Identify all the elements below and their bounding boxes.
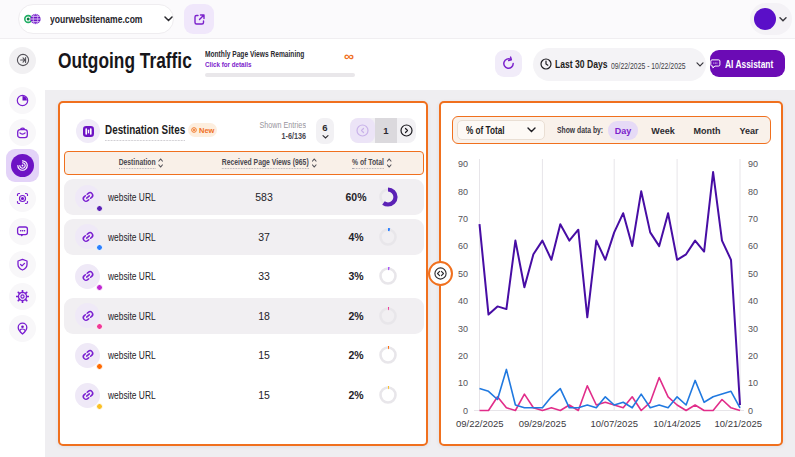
svg-text:30: 30 bbox=[458, 324, 468, 334]
svg-text:60: 60 bbox=[458, 241, 468, 251]
svg-text:90: 90 bbox=[748, 159, 758, 169]
svg-text:09/29/2025: 09/29/2025 bbox=[519, 418, 567, 429]
svg-text:80: 80 bbox=[748, 187, 758, 197]
svg-text:70: 70 bbox=[748, 214, 758, 224]
svg-text:70: 70 bbox=[458, 214, 468, 224]
svg-text:10/07/2025: 10/07/2025 bbox=[590, 418, 638, 429]
svg-text:20: 20 bbox=[458, 351, 468, 361]
svg-text:40: 40 bbox=[748, 296, 758, 306]
svg-text:09/22/2025: 09/22/2025 bbox=[456, 418, 504, 429]
svg-text:50: 50 bbox=[458, 269, 468, 279]
svg-text:90: 90 bbox=[458, 159, 468, 169]
svg-text:50: 50 bbox=[748, 269, 758, 279]
svg-text:30: 30 bbox=[748, 324, 758, 334]
svg-text:40: 40 bbox=[458, 296, 468, 306]
svg-text:10/21/2025: 10/21/2025 bbox=[714, 418, 762, 429]
svg-text:20: 20 bbox=[748, 351, 758, 361]
svg-text:10: 10 bbox=[458, 378, 468, 388]
svg-text:0: 0 bbox=[748, 406, 753, 416]
svg-text:10/14/2025: 10/14/2025 bbox=[653, 418, 701, 429]
svg-text:80: 80 bbox=[458, 187, 468, 197]
svg-text:10: 10 bbox=[748, 378, 758, 388]
svg-text:0: 0 bbox=[463, 406, 468, 416]
svg-text:60: 60 bbox=[748, 241, 758, 251]
